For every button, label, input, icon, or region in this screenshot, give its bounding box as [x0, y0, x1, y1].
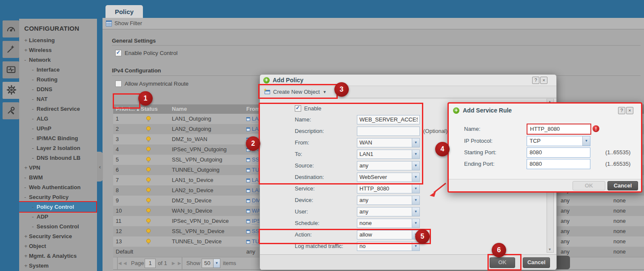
- field-label: Starting Port:: [464, 147, 496, 158]
- sidebar-item[interactable]: -Interface: [19, 65, 97, 75]
- user-cell: any: [561, 206, 570, 216]
- field-control[interactable]: WEB_SERVER_ACCESS ▼: [357, 115, 420, 124]
- sidebar-item[interactable]: -BWM: [19, 173, 97, 182]
- sidebar-item[interactable]: -NAT: [19, 94, 97, 104]
- sidebar-item[interactable]: -Security Policy: [19, 192, 97, 202]
- sidebar-item[interactable]: +System: [19, 261, 97, 271]
- annotation-arrow: [425, 181, 451, 198]
- field-control[interactable]: ▼: [357, 127, 420, 136]
- chevron-down-icon[interactable]: ▼: [412, 196, 419, 205]
- field-control[interactable]: allow ▼: [357, 230, 420, 239]
- items-per-page-select[interactable]: 50▼: [202, 259, 220, 268]
- field-control[interactable]: HTTP_8080 ▼: [357, 184, 420, 193]
- zywall-policy-screen: Policy CONFIGURATION +Licensing: [0, 0, 644, 271]
- sidebar-collapse-handle[interactable]: ‹: [97, 152, 103, 182]
- nav-monitor-button[interactable]: [3, 61, 19, 78]
- chevron-down-icon[interactable]: ▼: [412, 173, 419, 182]
- show-label: Show: [186, 257, 200, 269]
- ending-port-input[interactable]: 8080: [527, 159, 590, 169]
- name-cell: LAN1_to_Device: [172, 175, 244, 185]
- service-name-row: Name: HTTP_8080 !: [449, 124, 641, 135]
- allow-asymmetrical-route-checkbox[interactable]: [115, 81, 122, 87]
- ip-protocol-select[interactable]: TCP▼: [527, 136, 590, 146]
- dialog-help-button[interactable]: ?: [532, 77, 539, 84]
- sidebar-item[interactable]: -Redirect Service: [19, 104, 97, 114]
- enable-policy-control-checkbox[interactable]: [115, 50, 122, 56]
- sidebar-item[interactable]: -Layer 2 Isolation: [19, 143, 97, 153]
- nav-maintenance-button[interactable]: [3, 102, 19, 119]
- name-cell: DMZ_to_WAN: [172, 134, 244, 144]
- policy-ok-button[interactable]: OK: [490, 257, 515, 268]
- field-control[interactable]: WAN ▼: [357, 138, 420, 147]
- nav-dashboard-button[interactable]: [3, 20, 19, 37]
- sidebar-item[interactable]: +Wireless: [19, 45, 97, 55]
- chevron-down-icon[interactable]: ▼: [412, 150, 419, 159]
- enable-checkbox[interactable]: [295, 105, 301, 112]
- policy-cancel-button[interactable]: Cancel: [523, 257, 550, 268]
- filter-bar[interactable]: Show Filter: [103, 18, 644, 29]
- sidebar-item-label: ADP: [37, 213, 48, 220]
- name-cell: SSL_VPN_Outgoing: [172, 155, 244, 165]
- service-cancel-button[interactable]: Cancel: [607, 181, 638, 190]
- dialog-close-button[interactable]: ×: [626, 107, 633, 114]
- column-header-priority[interactable]: Priori...▲: [116, 104, 138, 114]
- column-header-from[interactable]: From: [246, 104, 260, 114]
- sidebar-item[interactable]: -Routing: [19, 75, 97, 84]
- name-cell: TUNNEL_to_Device: [172, 236, 244, 247]
- name-cell: TUNNEL_Outgoing: [172, 165, 244, 175]
- sidebar-item[interactable]: -ALG: [19, 114, 97, 124]
- sidebar-item[interactable]: +Object: [19, 241, 97, 251]
- sidebar-item[interactable]: +Security Service: [19, 231, 97, 241]
- next-page-button[interactable]: ▶: [172, 257, 175, 269]
- sidebar-item[interactable]: +Licensing: [19, 35, 97, 45]
- field-control[interactable]: none ▼: [357, 219, 420, 228]
- create-new-object-button[interactable]: Create New Object ▼: [263, 87, 327, 96]
- from-cell[interactable]: IPS: [246, 216, 261, 226]
- chevron-down-icon[interactable]: ▼: [412, 242, 419, 251]
- scroll-down-icon[interactable]: ▼: [547, 248, 553, 251]
- sidebar-item[interactable]: -DNS Inbound LB: [19, 153, 97, 163]
- chevron-down-icon[interactable]: ▼: [412, 208, 419, 216]
- sidebar-item[interactable]: -Network: [19, 55, 97, 65]
- sidebar-item[interactable]: -Web Authentication: [19, 182, 97, 192]
- chevron-down-icon[interactable]: ▼: [412, 161, 419, 170]
- sidebar-item[interactable]: -Policy Control: [19, 202, 97, 212]
- field-control[interactable]: any ▼: [357, 196, 420, 205]
- tab-policy[interactable]: Policy: [105, 5, 143, 18]
- field-control[interactable]: no ▼: [357, 242, 420, 251]
- chevron-down-icon[interactable]: ▼: [412, 185, 419, 193]
- expand-collapse-prefix: +: [24, 261, 29, 271]
- field-control[interactable]: any ▼: [357, 161, 420, 170]
- expand-collapse-prefix: -: [32, 133, 37, 143]
- sidebar-item[interactable]: +VPN: [19, 163, 97, 173]
- sidebar-item[interactable]: -UPnP: [19, 124, 97, 133]
- starting-port-row: Starting Port: 8080 (1..65535): [449, 147, 641, 159]
- chevron-down-icon[interactable]: ▼: [582, 136, 590, 146]
- page-number-input[interactable]: 1: [145, 259, 156, 268]
- dialog-help-button[interactable]: ?: [618, 107, 625, 114]
- field-control[interactable]: WebServer ▼: [357, 173, 420, 182]
- sidebar-item[interactable]: -IP/MAC Binding: [19, 133, 97, 143]
- service-ok-button-disabled[interactable]: OK: [573, 181, 605, 190]
- chevron-down-icon[interactable]: ▼: [412, 138, 419, 147]
- previous-page-button[interactable]: ◀: [123, 257, 127, 269]
- column-header-name[interactable]: Name: [172, 104, 244, 114]
- status-cell: [141, 206, 166, 217]
- sidebar-item[interactable]: -ADP: [19, 212, 97, 222]
- nav-wizard-button[interactable]: [3, 41, 19, 58]
- from-cell[interactable]: any: [246, 247, 255, 257]
- sidebar-item[interactable]: -DDNS: [19, 84, 97, 94]
- field-control[interactable]: any ▼: [357, 207, 420, 216]
- field-control[interactable]: LAN1 ▼: [357, 150, 420, 159]
- last-page-button[interactable]: ▶: [178, 257, 182, 269]
- column-header-status[interactable]: Status: [141, 104, 166, 114]
- field-label: Action:: [295, 230, 312, 240]
- starting-port-input[interactable]: 8080: [527, 147, 590, 158]
- nav-configuration-button[interactable]: [3, 82, 20, 99]
- chevron-down-icon[interactable]: ▼: [412, 219, 419, 228]
- service-name-input[interactable]: HTTP_8080: [527, 124, 591, 135]
- sidebar-item[interactable]: +Mgmt. & Analytics: [19, 251, 97, 261]
- first-page-button[interactable]: ◀: [117, 257, 122, 269]
- sidebar-item[interactable]: -Session Control: [19, 222, 97, 231]
- dialog-close-button[interactable]: ×: [540, 77, 547, 84]
